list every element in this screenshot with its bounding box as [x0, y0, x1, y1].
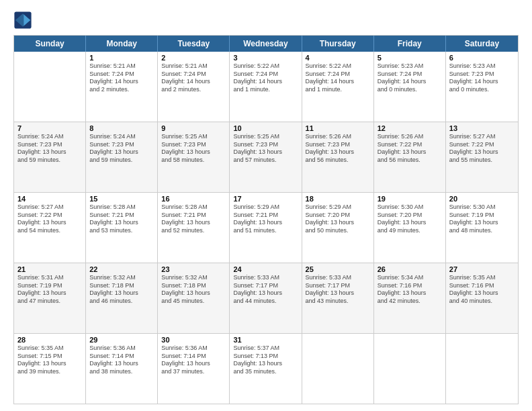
- cell-day-number: 17: [233, 195, 298, 203]
- logo-icon: [13, 11, 32, 30]
- calendar-cell-3-2: 23Sunrise: 5:32 AM Sunset: 7:18 PM Dayli…: [158, 263, 230, 333]
- calendar-cell-1-5: 12Sunrise: 5:26 AM Sunset: 7:22 PM Dayli…: [374, 122, 446, 192]
- calendar-cell-2-3: 17Sunrise: 5:29 AM Sunset: 7:21 PM Dayli…: [230, 193, 302, 263]
- cell-day-number: 27: [449, 265, 515, 273]
- cell-info: Sunrise: 5:26 AM Sunset: 7:23 PM Dayligh…: [306, 133, 370, 165]
- calendar-cell-3-1: 22Sunrise: 5:32 AM Sunset: 7:18 PM Dayli…: [86, 263, 158, 333]
- cell-info: Sunrise: 5:30 AM Sunset: 7:20 PM Dayligh…: [378, 203, 442, 235]
- calendar-row-3: 21Sunrise: 5:31 AM Sunset: 7:19 PM Dayli…: [14, 263, 518, 334]
- cell-info: Sunrise: 5:36 AM Sunset: 7:14 PM Dayligh…: [89, 345, 154, 376]
- cell-day-number: 19: [378, 195, 442, 203]
- cell-day-number: 30: [161, 336, 226, 344]
- calendar-cell-0-4: 4Sunrise: 5:22 AM Sunset: 7:24 PM Daylig…: [302, 52, 374, 122]
- cell-info: Sunrise: 5:37 AM Sunset: 7:13 PM Dayligh…: [233, 345, 298, 376]
- cell-info: Sunrise: 5:24 AM Sunset: 7:23 PM Dayligh…: [17, 133, 82, 165]
- cell-day-number: 4: [306, 54, 370, 62]
- logo: [13, 11, 35, 30]
- calendar-cell-1-4: 11Sunrise: 5:26 AM Sunset: 7:23 PM Dayli…: [302, 122, 374, 192]
- calendar-cell-0-1: 1Sunrise: 5:21 AM Sunset: 7:24 PM Daylig…: [86, 52, 158, 122]
- cell-day-number: 20: [449, 195, 515, 203]
- calendar-cell-4-0: 28Sunrise: 5:35 AM Sunset: 7:15 PM Dayli…: [14, 334, 86, 404]
- cell-day-number: 28: [17, 336, 82, 344]
- calendar-cell-0-5: 5Sunrise: 5:23 AM Sunset: 7:24 PM Daylig…: [374, 52, 446, 122]
- cell-info: Sunrise: 5:24 AM Sunset: 7:23 PM Dayligh…: [89, 133, 154, 165]
- cell-day-number: 9: [161, 124, 226, 132]
- day-header-wednesday: Wednesday: [230, 36, 302, 52]
- calendar-cell-2-4: 18Sunrise: 5:29 AM Sunset: 7:20 PM Dayli…: [302, 193, 374, 263]
- cell-day-number: 2: [161, 54, 226, 62]
- calendar-cell-4-4: [302, 334, 374, 404]
- calendar-cell-2-0: 14Sunrise: 5:27 AM Sunset: 7:22 PM Dayli…: [14, 193, 86, 263]
- cell-info: Sunrise: 5:28 AM Sunset: 7:21 PM Dayligh…: [161, 203, 226, 235]
- calendar-cell-3-4: 25Sunrise: 5:33 AM Sunset: 7:17 PM Dayli…: [302, 263, 374, 333]
- calendar-row-0: 1Sunrise: 5:21 AM Sunset: 7:24 PM Daylig…: [14, 52, 518, 122]
- cell-info: Sunrise: 5:33 AM Sunset: 7:17 PM Dayligh…: [306, 274, 370, 306]
- cell-day-number: 3: [233, 54, 298, 62]
- cell-day-number: 12: [378, 124, 442, 132]
- cell-info: Sunrise: 5:26 AM Sunset: 7:22 PM Dayligh…: [378, 133, 442, 165]
- calendar-header: SundayMondayTuesdayWednesdayThursdayFrid…: [14, 36, 518, 52]
- cell-day-number: 23: [161, 265, 226, 273]
- calendar-cell-3-3: 24Sunrise: 5:33 AM Sunset: 7:17 PM Dayli…: [230, 263, 302, 333]
- cell-day-number: 21: [17, 265, 82, 273]
- cell-info: Sunrise: 5:25 AM Sunset: 7:23 PM Dayligh…: [161, 133, 226, 165]
- page: SundayMondayTuesdayWednesdayThursdayFrid…: [0, 0, 532, 411]
- cell-day-number: 18: [306, 195, 370, 203]
- cell-day-number: 11: [306, 124, 370, 132]
- day-header-monday: Monday: [86, 36, 158, 52]
- cell-info: Sunrise: 5:21 AM Sunset: 7:24 PM Dayligh…: [89, 62, 154, 94]
- cell-info: Sunrise: 5:21 AM Sunset: 7:24 PM Dayligh…: [161, 62, 226, 94]
- cell-info: Sunrise: 5:27 AM Sunset: 7:22 PM Dayligh…: [449, 133, 515, 165]
- cell-day-number: 8: [89, 124, 154, 132]
- cell-day-number: 24: [233, 265, 298, 273]
- cell-info: Sunrise: 5:23 AM Sunset: 7:23 PM Dayligh…: [449, 62, 515, 94]
- cell-info: Sunrise: 5:31 AM Sunset: 7:19 PM Dayligh…: [17, 274, 82, 306]
- day-header-friday: Friday: [374, 36, 446, 52]
- cell-day-number: 25: [306, 265, 370, 273]
- calendar-row-4: 28Sunrise: 5:35 AM Sunset: 7:15 PM Dayli…: [14, 334, 518, 404]
- calendar-cell-2-6: 20Sunrise: 5:30 AM Sunset: 7:19 PM Dayli…: [446, 193, 518, 263]
- cell-day-number: 26: [378, 265, 442, 273]
- calendar: SundayMondayTuesdayWednesdayThursdayFrid…: [13, 35, 519, 404]
- calendar-cell-4-1: 29Sunrise: 5:36 AM Sunset: 7:14 PM Dayli…: [86, 334, 158, 404]
- calendar-cell-2-2: 16Sunrise: 5:28 AM Sunset: 7:21 PM Dayli…: [158, 193, 230, 263]
- calendar-cell-0-3: 3Sunrise: 5:22 AM Sunset: 7:24 PM Daylig…: [230, 52, 302, 122]
- calendar-cell-4-3: 31Sunrise: 5:37 AM Sunset: 7:13 PM Dayli…: [230, 334, 302, 404]
- cell-info: Sunrise: 5:33 AM Sunset: 7:17 PM Dayligh…: [233, 274, 298, 306]
- cell-info: Sunrise: 5:34 AM Sunset: 7:16 PM Dayligh…: [378, 274, 442, 306]
- cell-info: Sunrise: 5:27 AM Sunset: 7:22 PM Dayligh…: [17, 203, 82, 235]
- calendar-cell-4-2: 30Sunrise: 5:36 AM Sunset: 7:14 PM Dayli…: [158, 334, 230, 404]
- cell-day-number: 29: [89, 336, 154, 344]
- calendar-cell-1-1: 8Sunrise: 5:24 AM Sunset: 7:23 PM Daylig…: [86, 122, 158, 192]
- cell-day-number: 14: [17, 195, 82, 203]
- calendar-cell-2-1: 15Sunrise: 5:28 AM Sunset: 7:21 PM Dayli…: [86, 193, 158, 263]
- calendar-cell-1-6: 13Sunrise: 5:27 AM Sunset: 7:22 PM Dayli…: [446, 122, 518, 192]
- calendar-cell-4-5: [374, 334, 446, 404]
- cell-day-number: 13: [449, 124, 515, 132]
- cell-info: Sunrise: 5:32 AM Sunset: 7:18 PM Dayligh…: [89, 274, 154, 306]
- cell-day-number: 5: [378, 54, 442, 62]
- cell-info: Sunrise: 5:22 AM Sunset: 7:24 PM Dayligh…: [306, 62, 370, 94]
- cell-info: Sunrise: 5:29 AM Sunset: 7:21 PM Dayligh…: [233, 203, 298, 235]
- calendar-cell-1-3: 10Sunrise: 5:25 AM Sunset: 7:23 PM Dayli…: [230, 122, 302, 192]
- cell-info: Sunrise: 5:32 AM Sunset: 7:18 PM Dayligh…: [161, 274, 226, 306]
- cell-day-number: 1: [89, 54, 154, 62]
- calendar-cell-0-2: 2Sunrise: 5:21 AM Sunset: 7:24 PM Daylig…: [158, 52, 230, 122]
- calendar-cell-4-6: [446, 334, 518, 404]
- calendar-cell-3-5: 26Sunrise: 5:34 AM Sunset: 7:16 PM Dayli…: [374, 263, 446, 333]
- calendar-cell-3-6: 27Sunrise: 5:35 AM Sunset: 7:16 PM Dayli…: [446, 263, 518, 333]
- calendar-row-2: 14Sunrise: 5:27 AM Sunset: 7:22 PM Dayli…: [14, 193, 518, 263]
- calendar-row-1: 7Sunrise: 5:24 AM Sunset: 7:23 PM Daylig…: [14, 122, 518, 193]
- calendar-cell-1-2: 9Sunrise: 5:25 AM Sunset: 7:23 PM Daylig…: [158, 122, 230, 192]
- calendar-cell-1-0: 7Sunrise: 5:24 AM Sunset: 7:23 PM Daylig…: [14, 122, 86, 192]
- cell-info: Sunrise: 5:30 AM Sunset: 7:19 PM Dayligh…: [449, 203, 515, 235]
- cell-day-number: 15: [89, 195, 154, 203]
- cell-info: Sunrise: 5:28 AM Sunset: 7:21 PM Dayligh…: [89, 203, 154, 235]
- calendar-cell-0-0: [14, 52, 86, 122]
- day-header-thursday: Thursday: [302, 36, 374, 52]
- header: [13, 11, 519, 30]
- cell-day-number: 31: [233, 336, 298, 344]
- cell-info: Sunrise: 5:36 AM Sunset: 7:14 PM Dayligh…: [161, 345, 226, 376]
- day-header-saturday: Saturday: [446, 36, 518, 52]
- cell-info: Sunrise: 5:35 AM Sunset: 7:16 PM Dayligh…: [449, 274, 515, 306]
